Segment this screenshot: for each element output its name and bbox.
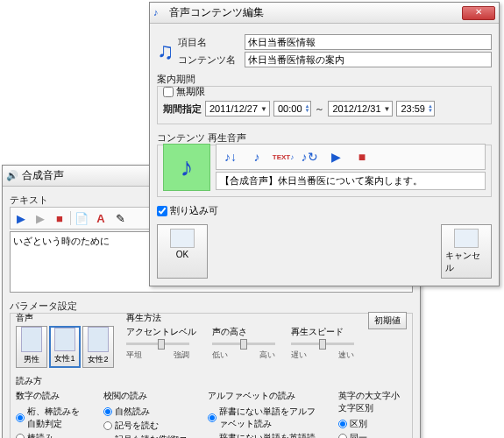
radio-group: 英字の大文字小文字区別区別同一	[338, 390, 407, 438]
reset-button[interactable]: 初期値	[368, 312, 407, 329]
content-label: コンテンツ名	[178, 53, 241, 67]
audio-item-icon[interactable]: ♪	[245, 146, 269, 167]
ok-button[interactable]: OK	[157, 224, 208, 279]
doc-icon[interactable]: 📄	[73, 209, 90, 227]
slider-再生スピード: 再生スピード遅い速い	[291, 326, 354, 361]
voice-female2[interactable]: 女性2	[82, 326, 114, 368]
audio-note-icon: ♪	[163, 144, 210, 191]
audio-text-display: 【合成音声】休日当番医について案内します。	[216, 172, 486, 190]
window-title: 音声コンテンツ編集	[169, 5, 462, 20]
close-button[interactable]: ✕	[462, 6, 495, 20]
play-button[interactable]: ▶	[12, 209, 30, 227]
radio-group: アルファベットの読み辞書にない単語をアルファベット読み辞書にない単語を英語読み辞…	[208, 390, 321, 438]
audio-item-icon[interactable]: ♪↻	[297, 146, 322, 167]
time-to-spinner[interactable]: 23:59▲▼	[396, 101, 434, 117]
radio-option[interactable]: 区別	[338, 418, 407, 430]
stop-button[interactable]: ■	[51, 209, 68, 227]
play-button[interactable]: ▶	[323, 146, 348, 167]
voice-male[interactable]: 男性	[16, 326, 47, 368]
audio-text-icon[interactable]: TEXT♪	[271, 146, 295, 167]
radio-group: 校閲の読み自然読み記号を読む記号も読む(制御コード除く)	[103, 390, 190, 438]
radio-option[interactable]: 辞書にない単語を英語読み	[208, 432, 321, 438]
interrupt-checkbox[interactable]: 割り込み可	[157, 204, 492, 217]
period-section-label: 案内期間	[157, 73, 492, 86]
tilde: ～	[315, 102, 324, 116]
radio-option[interactable]: 同一	[338, 432, 407, 438]
radio-option[interactable]: 辞書にない単語をアルファベット読み	[208, 406, 321, 430]
playback-label: 再生方法	[126, 312, 356, 324]
note-icon: ♪	[153, 7, 166, 19]
slider-track[interactable]	[291, 343, 354, 345]
radio-option[interactable]: 記号も読む(制御コード除く)	[103, 434, 190, 438]
slider-声の高さ: 声の高さ低い高い	[212, 326, 275, 361]
app-icon: 🔊	[6, 170, 18, 182]
item-name-input[interactable]	[245, 34, 493, 50]
voice-label: 音声	[16, 312, 114, 324]
stop-button[interactable]: ■	[350, 146, 374, 167]
pause-button[interactable]: ▶	[32, 209, 49, 227]
audio-content-edit-window: ♪ 音声コンテンツ編集 ✕ ♫ 項目名 コンテンツ名 案内期間 無期限 期間指定	[149, 2, 500, 286]
content-name-input[interactable]	[245, 52, 493, 67]
cancel-icon	[454, 229, 479, 248]
cancel-button[interactable]: キャンセル	[441, 224, 492, 279]
date-from-dropdown[interactable]: 2011/12/27▼	[205, 101, 270, 117]
slider-アクセントレベル: アクセントレベル平坦強調	[126, 326, 196, 361]
audio-toolbar: ♪↓ ♪ TEXT♪ ♪↻ ▶ ■	[216, 144, 486, 170]
item-label: 項目名	[178, 36, 241, 49]
radio-group: 数字の読み桁、棒読みを自動判定棒読み桁読み	[16, 390, 86, 438]
playback-group: 再生方法 アクセントレベル平坦強調声の高さ低い高い再生スピード遅い速い	[126, 312, 356, 361]
audio-section-label: コンテンツ 再生音声	[157, 131, 492, 145]
radio-option[interactable]: 記号を読む	[103, 420, 190, 432]
slider-track[interactable]	[126, 343, 189, 345]
titlebar[interactable]: ♪ 音声コンテンツ編集 ✕	[150, 3, 499, 24]
ok-icon	[170, 229, 195, 248]
param-section-label: パラメータ設定	[10, 300, 413, 313]
radio-option[interactable]: 自然読み	[103, 406, 190, 418]
audio-item-icon[interactable]: ♪↓	[218, 146, 243, 167]
time-from-spinner[interactable]: 00:00▲▼	[273, 101, 311, 117]
slider-track[interactable]	[212, 343, 275, 345]
note-icon: ♫	[157, 38, 174, 65]
clear-icon[interactable]: ✎	[111, 209, 129, 227]
voice-female1[interactable]: 女性1	[49, 326, 81, 368]
period-spec-label: 期間指定	[163, 102, 202, 116]
radio-option[interactable]: 桁、棒読みを自動判定	[16, 406, 86, 430]
read-label: 読み方	[16, 375, 407, 387]
font-a-button[interactable]: A	[92, 209, 110, 227]
unlimited-checkbox[interactable]: 無期限	[163, 85, 486, 98]
date-to-dropdown[interactable]: 2012/12/31▼	[328, 101, 393, 117]
radio-option[interactable]: 棒読み	[16, 432, 86, 438]
voice-group: 音声 男性 女性1 女性2	[16, 312, 114, 368]
